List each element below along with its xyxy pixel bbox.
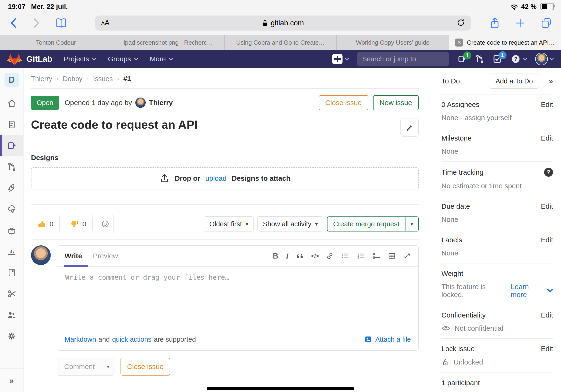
breadcrumb-project[interactable]: Dobby (63, 75, 82, 83)
tab-active-issue[interactable]: ✕ Create code to request an API… (449, 35, 561, 50)
project-sidebar: D (0, 68, 23, 392)
time-tracking-title: Time tracking (442, 168, 484, 176)
sidebar-item-members[interactable] (0, 304, 23, 326)
edit-title-button[interactable] (400, 118, 419, 137)
project-avatar[interactable]: D (4, 73, 19, 87)
issues-icon (7, 141, 17, 151)
breadcrumb-current: #1 (123, 75, 131, 83)
bookmarks-icon[interactable] (55, 18, 67, 28)
designs-dropzone[interactable]: Drop or upload Designs to attach (31, 167, 419, 189)
search-input[interactable] (362, 55, 451, 63)
url-text: gitlab.com (271, 19, 304, 27)
activity-filter-dropdown[interactable]: Show all activity ▾ (258, 217, 323, 231)
merge-requests-nav-button[interactable] (475, 54, 485, 64)
help-circle-icon[interactable]: ? (544, 168, 553, 177)
collapse-issue-sidebar-button[interactable]: » (544, 75, 553, 88)
sidebar-item-analytics[interactable] (0, 241, 23, 262)
sidebar-item-snippets[interactable] (0, 283, 23, 304)
assignees-value[interactable]: None - assign yourself (442, 114, 553, 122)
menu-projects[interactable]: Projects (64, 55, 97, 63)
bold-button[interactable]: B (273, 252, 278, 260)
add-todo-button[interactable]: Add a To Do (489, 74, 539, 89)
todo-label: To Do (442, 77, 460, 85)
sidebar-item-operations[interactable] (0, 199, 23, 220)
global-search[interactable] (357, 52, 449, 66)
address-bar[interactable]: AA gitlab.com (95, 15, 471, 31)
labels-title: Labels (442, 236, 462, 244)
comment-button-caret[interactable]: ▾ (102, 358, 114, 375)
collapse-sidebar-button[interactable]: » (0, 368, 23, 392)
todos-nav-button[interactable]: 1 (492, 54, 502, 64)
labels-edit-button[interactable]: Edit (541, 236, 553, 244)
ipad-screen: 19:07 Mer. 22 juil. 42 % AA (0, 0, 561, 392)
numbered-list-button[interactable]: 123 (357, 252, 365, 260)
breadcrumb-group[interactable]: Thierry (31, 75, 52, 83)
learn-more-link[interactable]: Learn more (511, 283, 553, 299)
sidebar-item-issues[interactable] (0, 135, 23, 156)
attach-file-button[interactable]: Attach a file (364, 336, 411, 343)
confidentiality-edit-button[interactable]: Edit (541, 311, 553, 319)
sidebar-item-project-overview[interactable] (0, 93, 23, 114)
fullscreen-button[interactable] (403, 252, 411, 260)
upload-designs-link[interactable]: upload (205, 174, 227, 182)
table-button[interactable] (388, 252, 396, 260)
link-button[interactable] (326, 252, 334, 260)
forward-button[interactable] (32, 18, 40, 28)
italic-button[interactable]: I (286, 252, 289, 260)
task-list-button[interactable] (372, 252, 380, 260)
close-tab-icon[interactable]: ✕ (455, 39, 463, 46)
share-button[interactable] (490, 17, 499, 29)
sidebar-item-settings[interactable] (0, 326, 23, 347)
add-emoji-button[interactable] (97, 215, 114, 233)
tab-working-copy[interactable]: Working Copy Users’ guide (337, 35, 449, 50)
author-avatar[interactable] (135, 98, 146, 108)
code-button[interactable]: </> (311, 253, 318, 260)
quick-actions-link[interactable]: quick actions (112, 336, 151, 343)
close-issue-bottom-button[interactable]: Close issue (120, 358, 170, 376)
sidebar-item-packages[interactable] (0, 220, 23, 241)
preview-tab[interactable]: Preview (93, 246, 118, 266)
due-date-edit-button[interactable]: Edit (541, 202, 553, 210)
close-issue-button[interactable]: Close issue (319, 95, 368, 110)
create-merge-request-caret[interactable]: ▾ (405, 217, 418, 231)
sidebar-item-wiki[interactable] (0, 262, 23, 283)
breadcrumb-issues[interactable]: Issues (93, 75, 113, 83)
reload-button[interactable] (457, 18, 465, 28)
help-button[interactable]: ? (510, 54, 527, 64)
reader-button[interactable]: AA (101, 19, 109, 27)
tab-cobra-go[interactable]: Using Cobra and Go to Create… (225, 35, 337, 50)
bullet-list-button[interactable] (341, 252, 349, 260)
tab-ipad-screenshot[interactable]: ipad screenshot png - Recherc… (112, 35, 225, 50)
sidebar-item-ci-cd[interactable] (0, 177, 23, 199)
new-tab-button[interactable] (515, 18, 525, 28)
new-menu-button[interactable] (332, 54, 349, 64)
tabs-overview-button[interactable] (541, 18, 552, 28)
lock-issue-edit-button[interactable]: Edit (541, 345, 553, 353)
sidebar-item-merge-requests[interactable] (0, 156, 23, 177)
issues-nav-button[interactable]: 1 (457, 54, 467, 64)
milestone-edit-button[interactable]: Edit (541, 134, 553, 142)
comment-button[interactable]: Comment (57, 358, 102, 375)
sidebar-item-repository[interactable] (0, 114, 23, 135)
write-tab[interactable]: Write (65, 246, 82, 266)
author-name[interactable]: Thierry (149, 99, 173, 107)
quote-button[interactable] (296, 252, 304, 260)
sort-dropdown[interactable]: Oldest first ▾ (204, 217, 254, 231)
create-merge-request-button[interactable]: Create merge request (327, 217, 405, 231)
tab-tonton-codeur[interactable]: Tonton Codeur (0, 35, 112, 50)
back-button[interactable] (9, 18, 17, 28)
gitlab-logo[interactable]: GitLab (7, 52, 52, 66)
assignees-edit-button[interactable]: Edit (541, 101, 553, 109)
user-menu-button[interactable] (535, 53, 554, 65)
menu-groups[interactable]: Groups (108, 55, 138, 63)
chevron-down-icon (523, 58, 527, 60)
thumbs-up-button[interactable]: 0 (31, 215, 60, 233)
comment-textarea[interactable] (65, 273, 411, 322)
svg-text:?: ? (514, 56, 517, 62)
scissors-icon (7, 289, 17, 299)
menu-more[interactable]: More (150, 55, 173, 63)
thumbs-down-button[interactable]: 0 (64, 215, 93, 233)
markdown-link[interactable]: Markdown (65, 336, 96, 343)
home-indicator[interactable] (207, 387, 354, 390)
new-issue-button[interactable]: New issue (373, 95, 419, 110)
